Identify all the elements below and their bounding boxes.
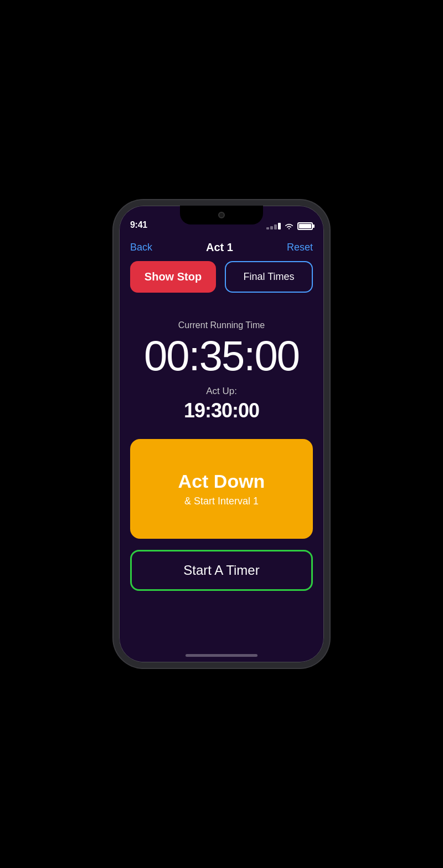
act-down-button[interactable]: Act Down & Start Interval 1 [130,439,313,539]
notch [180,206,263,224]
timer-section: Current Running Time 00:35:00 Act Up: 19… [144,320,299,422]
start-timer-button[interactable]: Start A Timer [130,550,313,591]
status-time: 9:41 [130,220,147,230]
reset-button[interactable]: Reset [287,242,313,253]
act-up-label: Act Up: [206,386,237,397]
phone-frame: 9:41 Back Act 1 Reset [114,200,329,668]
nav-title: Act 1 [206,241,233,254]
show-stop-button[interactable]: Show Stop [130,261,216,293]
signal-icon [266,223,281,229]
act-down-title: Act Down [178,471,265,492]
screen-content: Show Stop Final Times Current Running Ti… [119,261,324,662]
act-down-subtitle: & Start Interval 1 [184,496,259,507]
status-icons [266,222,313,230]
top-buttons: Show Stop Final Times [130,261,313,293]
final-times-button[interactable]: Final Times [225,261,313,293]
battery-icon [297,222,313,230]
current-running-label: Current Running Time [178,320,265,330]
main-timer: 00:35:00 [144,335,299,377]
act-up-time: 19:30:00 [184,399,259,422]
back-button[interactable]: Back [130,242,152,253]
wifi-icon [284,222,294,230]
camera [218,212,225,218]
nav-bar: Back Act 1 Reset [119,233,324,261]
home-indicator [186,654,257,657]
